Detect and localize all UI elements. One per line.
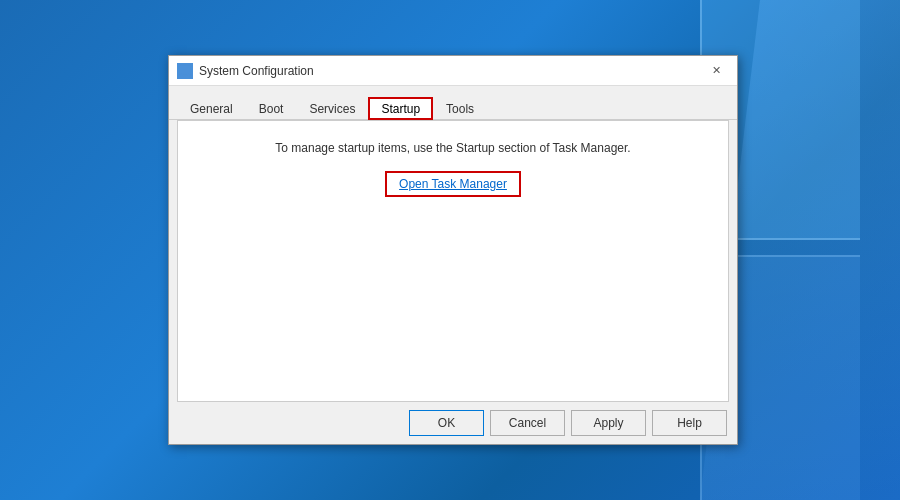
tab-startup[interactable]: Startup <box>368 97 433 120</box>
close-button[interactable]: ✕ <box>703 61 729 81</box>
content-area: To manage startup items, use the Startup… <box>177 120 729 402</box>
tab-services[interactable]: Services <box>296 97 368 120</box>
dialog-title: System Configuration <box>199 64 703 78</box>
startup-description: To manage startup items, use the Startup… <box>275 141 630 155</box>
ok-button[interactable]: OK <box>409 410 484 436</box>
title-bar: System Configuration ✕ <box>169 56 737 86</box>
dialog-icon <box>177 63 193 79</box>
title-bar-buttons: ✕ <box>703 61 729 81</box>
footer-buttons: OK Cancel Apply Help <box>169 402 737 444</box>
tab-general[interactable]: General <box>177 97 246 120</box>
tab-tools[interactable]: Tools <box>433 97 487 120</box>
system-configuration-dialog: System Configuration ✕ General Boot Serv… <box>168 55 738 445</box>
help-button[interactable]: Help <box>652 410 727 436</box>
apply-button[interactable]: Apply <box>571 410 646 436</box>
tabs-bar: General Boot Services Startup Tools <box>169 86 737 120</box>
open-task-manager-button[interactable]: Open Task Manager <box>385 171 521 197</box>
tab-boot[interactable]: Boot <box>246 97 297 120</box>
svg-rect-1 <box>181 67 185 70</box>
cancel-button[interactable]: Cancel <box>490 410 565 436</box>
